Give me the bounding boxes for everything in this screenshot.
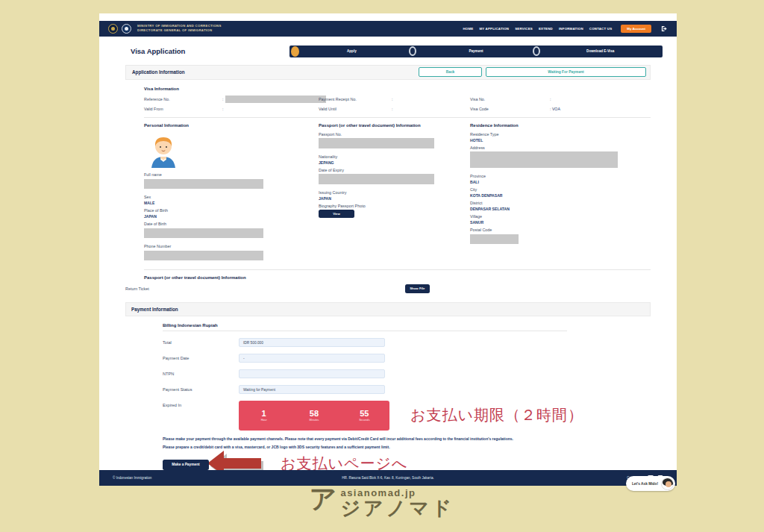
visa-no-label: Visa No. [470,97,550,101]
make-a-payment-button[interactable]: Make a Payment [163,460,209,470]
personal-information-column: Personal Information Full name [144,123,319,266]
payment-status-input[interactable]: Waiting for Payment [239,385,385,394]
window-top-padding [99,13,677,21]
top-navbar: MINISTRY OF IMMIGRATION AND CORRECTIONS … [99,21,677,37]
full-name-label: Full name [144,172,319,177]
date-of-birth-label: Date of Birth [144,222,319,226]
chat-widget-label: Let's Ask Mido! [632,482,658,486]
place-of-birth-label: Place of Birth [144,208,319,213]
payment-receipt-no-value: : [392,97,392,101]
residence-information-title: Residence Information [470,123,651,128]
watermark-logo-glyph: ア [310,487,337,511]
date-of-birth-redacted-value [144,228,263,238]
passport-no-redacted-value [319,138,434,148]
payment-date-label: Payment Date [163,356,239,360]
city-label: City [470,187,651,192]
personal-information-title: Personal Information [144,123,319,128]
address-label: Address [470,145,651,150]
timer-seconds-label: Seconds [359,419,369,422]
nav-item-contact-us[interactable]: CONTACT US [589,27,612,31]
step-circle-icon [409,46,416,56]
timer-hour-label: Hour [261,419,267,422]
sex-value: MALE [144,201,319,205]
visa-code-label: Visa Code [470,107,550,111]
ntpn-input[interactable] [239,369,385,378]
nav-item-services[interactable]: SERVICES [515,27,533,31]
back-button[interactable]: Back [419,67,482,77]
full-name-redacted-value [144,179,263,189]
ministry-line2: DIRECTORATE GENERAL OF IMMIGRATION [137,28,222,33]
village-label: Village [470,214,651,219]
city-value: KOTA DENPASAR [470,193,651,198]
timer-minutes-label: Minutes [310,419,319,422]
date-of-expiry-redacted-value [319,174,434,184]
progress-stepper: Apply Payment Download E-Visa [289,46,663,57]
district-value: DENPASAR SELATAN [470,207,651,211]
step-active-dot-icon [291,46,299,57]
phone-number-label: Phone Number [144,244,319,248]
payment-date-input[interactable]: - [239,354,385,363]
waiting-for-payment-status-button[interactable]: Waiting For Payment [486,67,646,77]
district-label: District [470,201,651,205]
total-input[interactable]: IDR 500.000 [239,338,385,347]
address-redacted-value [470,151,618,168]
return-ticket-row: Return Ticket Show File [125,284,651,293]
payment-countdown-timer: 1 Hour 58 Minutes 55 Seconds [239,401,389,431]
page-content: Visa Application Apply Payment Download … [99,37,677,470]
timer-minutes-value: 58 [310,409,319,418]
issuing-country-label: Issuing Country [319,190,470,195]
nationality-label: Nationality [319,154,470,159]
passport-no-label: Passport No. [319,132,470,137]
timer-hour-value: 1 [262,409,266,418]
valid-from-value: : [222,107,223,111]
nav-item-home[interactable]: HOME [463,27,473,31]
page-title: Visa Application [131,47,185,55]
residence-information-column: Residence Information Residence Type HOT… [470,123,651,266]
annotation-red-arrow-icon [207,450,264,470]
village-value: SANUR [470,220,651,225]
valid-until-value: : [392,107,392,111]
applicant-avatar [145,132,181,168]
province-value: BALI [470,180,651,184]
residence-type-label: Residence Type [470,132,651,137]
nav-item-my-application[interactable]: MY APPLICATION [479,27,509,31]
passport-information-column: Passport (or other travel document) Info… [319,123,470,266]
logout-icon[interactable] [661,25,668,32]
step-apply: Apply [289,46,414,57]
visa-code-value: : VOA [550,107,560,111]
site-watermark: ア asianomad.jp ジアノマド [310,487,455,519]
payment-information-title: Payment Information [131,307,178,312]
visa-information-title: Visa Information [144,87,651,91]
step-download-evisa: Download E-Visa [538,46,663,57]
issuing-country-value: JAPAN [319,196,470,201]
application-information-title: Application Information [132,69,185,75]
footer-address: HR. Rasuna Said Blok X-6, Kav. 8, Kuning… [99,476,677,480]
nav-item-information[interactable]: INFORMATION [559,27,583,31]
date-of-expiry-label: Date of Expiry [319,168,470,172]
province-label: Province [470,174,651,178]
valid-until-label: Valid Until [319,107,392,111]
expired-in-label: Expired In [163,403,239,407]
page-footer: © Indonesian Immigration HR. Rasuna Said… [99,470,677,486]
place-of-birth-value: JAPAN [144,214,319,219]
payment-information-bar: Payment Information [125,302,651,316]
browser-screenshot-window: MINISTRY OF IMMIGRATION AND CORRECTIONS … [99,13,677,486]
my-account-button[interactable]: My Account [621,25,651,33]
sex-label: Sex [144,195,319,199]
details-columns: Personal Information Full name [144,123,651,266]
step-payment: Payment [414,46,539,57]
ministry-name: MINISTRY OF IMMIGRATION AND CORRECTIONS … [137,24,222,33]
show-file-button[interactable]: Show File [405,284,430,293]
payment-status-label: Payment Status [163,387,239,392]
chat-mascot-avatar-icon [661,478,674,490]
nav-menu: HOME MY APPLICATION SERVICES EXTEND INFO… [463,25,668,33]
phone-number-redacted-value [144,251,263,260]
visa-no-value: : [550,97,551,101]
chat-widget-button[interactable]: Let's Ask Mido! [626,476,675,491]
immigration-logo-icon [122,24,131,34]
view-passport-photo-button[interactable]: View [319,210,354,218]
biography-passport-photo-label: Biography Passport Photo [319,204,470,208]
nav-item-extend[interactable]: EXTEND [539,27,553,31]
annotation-to-payment-page: お支払いページへ [281,454,407,470]
billing-title: Billing Indonesian Rupiah [163,323,567,331]
